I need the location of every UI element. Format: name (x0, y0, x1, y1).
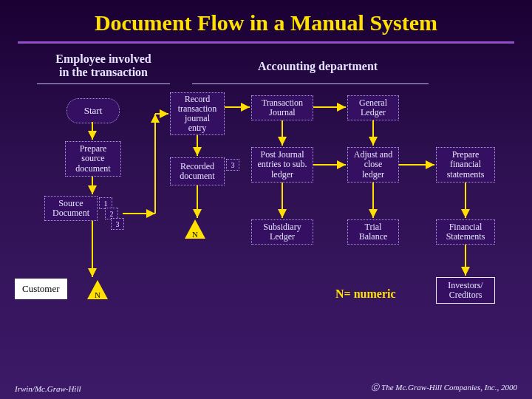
node-transaction-journal: Transaction Journal (251, 95, 313, 120)
node-financial-statements: Financial Statements (436, 219, 495, 245)
diagram-stage: Employee involved in the transaction Acc… (0, 44, 532, 369)
node-start: Start (66, 98, 120, 123)
lane-header-employee: Employee involved in the transaction (44, 52, 163, 79)
node-source-document: Source Document (44, 196, 98, 221)
recorded-copy-3: 3 (226, 159, 239, 171)
file-triangle-recorded-label: N (192, 230, 198, 239)
lane-rule-right (192, 83, 429, 84)
lane-header-accounting: Accounting department (222, 60, 414, 73)
node-recorded-doc: Recorded document (170, 157, 225, 185)
node-customer: Customer (15, 279, 67, 299)
footer-right: Ⓒ The Mc.Graw-Hill Companies, Inc., 2000 (371, 382, 517, 393)
node-subsidiary-ledger: Subsidiary Ledger (251, 219, 313, 245)
node-investors: Investors/ Creditors (436, 277, 495, 304)
slide-title: Document Flow in a Manual System (0, 0, 532, 40)
node-prepare-fs: Prepare financial statements (436, 147, 495, 183)
node-record-entry: Record transaction journal entry (170, 92, 225, 135)
copy-3: 3 (111, 218, 124, 230)
legend-text: N= numeric (335, 287, 396, 301)
node-prepare-source: Prepare source document (65, 141, 121, 177)
node-adjust-close: Adjust and close ledger (347, 147, 399, 183)
footer-left: Irwin/Mc.Graw-Hill (15, 384, 81, 393)
lane-rule-left (37, 83, 170, 84)
file-triangle-customer-label: N (95, 290, 100, 299)
node-post-entries: Post Journal entries to sub. ledger (251, 147, 313, 183)
node-general-ledger: General Ledger (347, 95, 399, 120)
node-trial-balance: Trial Balance (347, 219, 399, 245)
